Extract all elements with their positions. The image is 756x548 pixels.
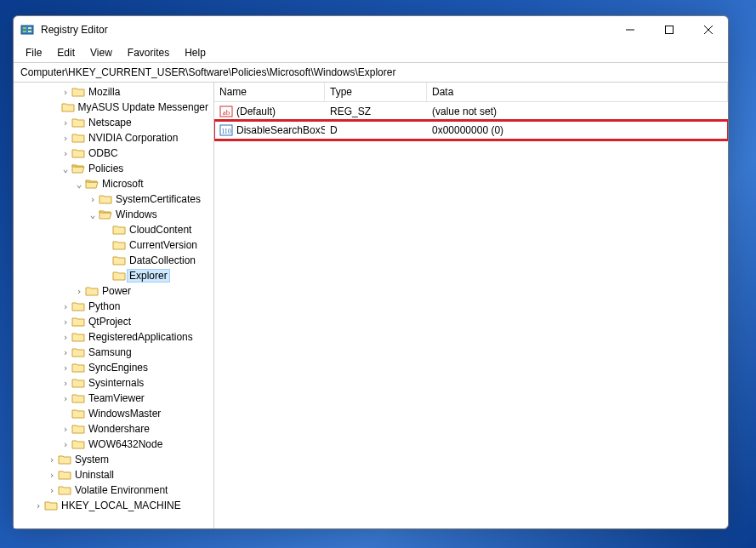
tree-node[interactable]: ›Mozilla	[14, 84, 213, 100]
tree-node[interactable]: CurrentVersion	[14, 237, 213, 253]
folder-icon	[112, 270, 128, 282]
folder-icon	[71, 423, 87, 435]
tree-node[interactable]: Explorer	[14, 268, 213, 283]
tree-node[interactable]: ›System	[14, 452, 213, 467]
tree-node[interactable]: ›Volatile Environment	[14, 482, 213, 498]
chevron-right-icon[interactable]: ›	[60, 117, 71, 128]
tree-node[interactable]: ›HKEY_LOCAL_MACHINE	[14, 498, 213, 513]
tree-node-label: HKEY_LOCAL_MACHINE	[60, 499, 183, 511]
folder-icon	[71, 377, 87, 389]
values-header[interactable]: Name Type Data	[214, 83, 728, 102]
tree-node[interactable]: ›Power	[14, 283, 213, 299]
tree-node[interactable]: WindowsMaster	[14, 406, 213, 421]
folder-icon	[71, 132, 87, 144]
tree-node-label: Mozilla	[87, 86, 122, 98]
chevron-down-icon[interactable]: ⌄	[73, 179, 85, 190]
menu-help[interactable]: Help	[178, 45, 213, 60]
chevron-right-icon[interactable]: ›	[60, 148, 71, 159]
tree-node[interactable]: ›NVIDIA Corporation	[14, 130, 213, 146]
chevron-right-icon[interactable]: ›	[60, 87, 71, 98]
folder-icon	[112, 254, 128, 266]
tree-node[interactable]: ⌄Windows	[14, 207, 213, 222]
folder-icon	[71, 117, 87, 128]
menu-file[interactable]: File	[19, 45, 48, 60]
tree-node[interactable]: ⌄Microsoft	[14, 176, 213, 191]
tree-node[interactable]: ›RegisteredApplications	[14, 329, 213, 345]
chevron-right-icon[interactable]: ›	[87, 194, 99, 205]
tree-node[interactable]: MyASUS Update Messenger	[14, 100, 213, 115]
chevron-right-icon[interactable]: ›	[60, 378, 71, 389]
tree-node-label: Policies	[87, 163, 125, 174]
value-row[interactable]: 110DisableSearchBoxSuggestionsD0x0000000…	[214, 121, 728, 140]
values-list[interactable]: ab(Default)REG_SZ(value not set)110Disab…	[214, 102, 728, 528]
chevron-down-icon[interactable]: ⌄	[60, 163, 71, 174]
column-data[interactable]: Data	[427, 83, 728, 101]
tree-node[interactable]: ›TeamViewer	[14, 391, 213, 406]
chevron-right-icon[interactable]: ›	[46, 485, 58, 496]
value-type: REG_SZ	[325, 104, 427, 119]
folder-icon	[71, 86, 87, 98]
chevron-right-icon[interactable]: ›	[60, 439, 71, 450]
tree-node-label: Uninstall	[73, 469, 116, 481]
registry-editor-window: Registry Editor File Edit View Favorites…	[13, 15, 729, 529]
tree-node-label: Volatile Environment	[73, 484, 169, 496]
chevron-right-icon[interactable]: ›	[60, 317, 71, 328]
svg-rect-2	[23, 31, 26, 32]
chevron-right-icon[interactable]: ›	[60, 332, 71, 343]
tree-node[interactable]: ›Python	[14, 299, 213, 314]
close-button[interactable]	[689, 16, 728, 43]
tree-node-label: SyncEngines	[87, 362, 150, 374]
tree-node[interactable]: ›QtProject	[14, 314, 213, 329]
menu-favorites[interactable]: Favorites	[121, 45, 176, 60]
tree-node[interactable]: ›SystemCertificates	[14, 191, 213, 207]
tree-node[interactable]: ⌄Policies	[14, 161, 213, 176]
svg-rect-6	[666, 26, 674, 34]
tree-node-label: CloudContent	[128, 224, 193, 236]
folder-icon	[58, 484, 73, 496]
titlebar[interactable]: Registry Editor	[14, 16, 728, 43]
value-row[interactable]: ab(Default)REG_SZ(value not set)	[214, 102, 728, 121]
chevron-right-icon[interactable]: ›	[73, 286, 85, 297]
minimize-button[interactable]	[611, 16, 650, 43]
tree-node[interactable]: ›Uninstall	[14, 467, 213, 482]
tree-pane[interactable]: ›MozillaMyASUS Update Messenger›Netscape…	[14, 83, 214, 528]
chevron-right-icon[interactable]: ›	[60, 393, 71, 404]
tree-node[interactable]: ›Samsung	[14, 345, 213, 360]
tree-node[interactable]: ›Sysinternals	[14, 375, 213, 391]
chevron-right-icon[interactable]: ›	[60, 424, 71, 435]
tree-node-label: Netscape	[87, 117, 134, 128]
chevron-right-icon[interactable]: ›	[32, 500, 44, 511]
tree-node[interactable]: DataCollection	[14, 253, 213, 268]
chevron-right-icon[interactable]: ›	[60, 362, 71, 374]
regedit-icon	[20, 23, 34, 37]
values-pane: Name Type Data ab(Default)REG_SZ(value n…	[214, 83, 728, 528]
menu-view[interactable]: View	[83, 45, 119, 60]
folder-icon	[71, 331, 87, 343]
folder-icon	[71, 300, 87, 312]
tree-node[interactable]: ›Netscape	[14, 115, 213, 130]
folder-icon	[99, 193, 114, 205]
tree-node-label: CurrentVersion	[128, 239, 199, 251]
value-type: D	[325, 123, 427, 138]
address-bar[interactable]: Computer\HKEY_CURRENT_USER\Software\Poli…	[14, 62, 728, 83]
chevron-down-icon[interactable]: ⌄	[87, 209, 99, 220]
chevron-right-icon[interactable]: ›	[46, 454, 58, 465]
tree-node[interactable]: ›SyncEngines	[14, 360, 213, 375]
tree-node[interactable]: ›Wondershare	[14, 421, 213, 437]
chevron-right-icon[interactable]: ›	[46, 470, 58, 481]
tree-node[interactable]: ›ODBC	[14, 146, 213, 161]
tree-node-label: Samsung	[87, 346, 134, 358]
chevron-right-icon[interactable]: ›	[60, 347, 71, 358]
menu-edit[interactable]: Edit	[50, 45, 82, 60]
tree-node-label: Python	[87, 300, 122, 312]
folder-icon	[58, 469, 73, 481]
tree-node[interactable]: ›WOW6432Node	[14, 437, 213, 452]
tree-node-label: Microsoft	[100, 178, 145, 190]
column-type[interactable]: Type	[325, 83, 427, 101]
maximize-button[interactable]	[650, 16, 689, 43]
string-value-icon: ab	[219, 105, 233, 118]
chevron-right-icon[interactable]: ›	[60, 133, 71, 144]
tree-node[interactable]: CloudContent	[14, 222, 213, 237]
chevron-right-icon[interactable]: ›	[60, 301, 71, 312]
column-name[interactable]: Name	[214, 83, 325, 101]
